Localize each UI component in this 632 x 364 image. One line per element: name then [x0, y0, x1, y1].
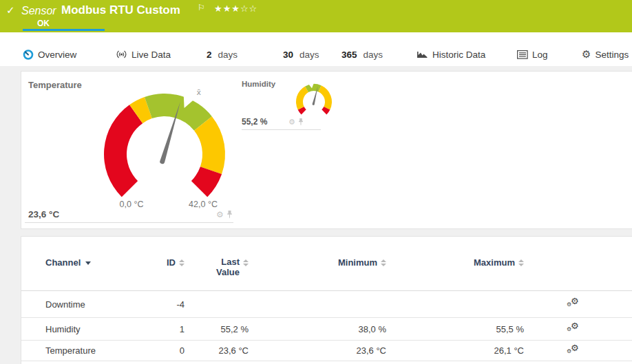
cell-id: -4	[135, 299, 185, 310]
gauge-segment	[104, 105, 143, 197]
tab-30-days[interactable]: 30days	[283, 47, 319, 61]
tab-number: 2	[207, 50, 212, 60]
cell-id: 0	[135, 345, 185, 356]
gear-icon: ⚙	[571, 343, 579, 352]
pin-icon[interactable]	[298, 118, 304, 126]
tab-label: Log	[532, 50, 548, 60]
area-chart-icon	[417, 50, 428, 59]
divider	[242, 129, 321, 130]
log-list-icon	[517, 50, 528, 59]
cell-maximum: 26,1 °C	[386, 345, 524, 356]
table-row[interactable]: Temperature023,6 °C23,6 °C26,1 °C⚙⚙	[21, 341, 632, 361]
sensor-title: Modbus RTU Custom	[61, 3, 180, 17]
tab-label: Overview	[38, 50, 76, 60]
gear-icon[interactable]: ⚙	[288, 118, 295, 126]
cell-channel: Temperature	[45, 345, 135, 356]
active-tab-indicator	[23, 29, 105, 31]
cell-minimum: 23,6 °C	[249, 345, 386, 356]
channel-settings-icon[interactable]: ⚙⚙	[567, 323, 580, 334]
column-header-id[interactable]: ID	[135, 257, 185, 268]
tab-label: days	[364, 50, 383, 60]
divider	[25, 222, 233, 223]
gauge-dial-icon	[23, 49, 34, 60]
tab-2-days[interactable]: 2days	[207, 47, 238, 61]
pin-icon[interactable]	[227, 211, 233, 219]
tab-label: days	[299, 50, 319, 60]
cell-maximum: 55,5 %	[386, 324, 524, 334]
gauges-panel: Temperature x̄ 0,0 °C 42,0 °C 23,6 °C ⚙ …	[21, 71, 632, 229]
sort-icon	[381, 259, 386, 266]
tab-live-data[interactable]: Live Data	[116, 47, 171, 61]
column-header-channel[interactable]: Channel	[45, 257, 135, 268]
gear-icon: ⚙	[571, 297, 579, 306]
cell-channel: Humidity	[45, 324, 135, 334]
channel-settings-icon[interactable]: ⚙⚙	[567, 299, 580, 310]
tab-log[interactable]: Log	[517, 47, 548, 61]
tab-365-days[interactable]: 365days	[341, 47, 383, 61]
humidity-gauge-title: Humidity	[242, 80, 275, 88]
sort-caret-icon	[85, 261, 91, 265]
tab-number: 365	[341, 50, 357, 60]
cell-minimum: 38,0 %	[249, 324, 386, 334]
channel-table-header: Channel ID Last Value Minimum Maximum	[21, 257, 632, 291]
tab-historic-data[interactable]: Historic Data	[417, 47, 485, 61]
gauge-segment	[296, 86, 308, 109]
tab-label: days	[218, 50, 238, 60]
priority-flag-icon[interactable]: ⚐	[198, 3, 205, 12]
sort-icon	[179, 259, 185, 266]
gear-icon: ⚙	[567, 302, 571, 308]
sort-icon	[243, 259, 249, 266]
temperature-scale-min: 0,0 °C	[107, 200, 156, 209]
tab-settings[interactable]: ⚙Settings	[582, 47, 629, 61]
tab-label: Historic Data	[432, 50, 485, 60]
column-header-minimum[interactable]: Minimum	[249, 257, 386, 268]
tab-bar: OverviewLive Data2days30days365daysHisto…	[0, 32, 632, 66]
gear-icon[interactable]: ⚙	[216, 211, 224, 219]
status-check-icon: ✓	[6, 4, 15, 17]
gauge-segment	[319, 85, 332, 109]
broadcast-icon	[116, 50, 127, 59]
tab-label: Settings	[595, 50, 629, 60]
gear-icon: ⚙	[567, 349, 571, 354]
cell-last-value: 23,6 °C	[185, 345, 249, 356]
sort-icon	[518, 259, 524, 266]
average-marker-label: x̄	[196, 88, 201, 97]
status-badge: OK	[37, 19, 50, 28]
gear-icon: ⚙	[582, 50, 591, 60]
table-row[interactable]: Humidity155,2 %38,0 %55,5 %⚙⚙	[21, 318, 632, 341]
gear-icon: ⚙	[567, 327, 571, 332]
temperature-gauge[interactable]: x̄	[90, 80, 240, 217]
cell-channel: Downtime	[45, 299, 135, 310]
column-header-last-value[interactable]: Last Value	[185, 257, 249, 278]
temperature-scale-max: 42,0 °C	[179, 200, 227, 209]
tab-number: 30	[283, 50, 293, 60]
sensor-status-banner: ✓ Sensor Modbus RTU Custom ⚐ ★★★☆☆ OK	[0, 0, 632, 32]
table-row[interactable]: Downtime-4⚙⚙	[21, 291, 632, 318]
cell-id: 1	[135, 324, 185, 334]
priority-stars[interactable]: ★★★☆☆	[214, 3, 257, 14]
humidity-current-value: 55,2 %	[242, 117, 267, 127]
cell-last-value: 55,2 %	[185, 324, 249, 334]
tab-overview[interactable]: Overview	[23, 47, 76, 61]
temperature-current-value: 23,6 °C	[28, 209, 59, 220]
object-type-label: Sensor	[21, 5, 56, 17]
tab-label: Live Data	[131, 50, 171, 60]
humidity-gauge[interactable]	[293, 81, 336, 117]
temperature-gauge-title: Temperature	[28, 80, 82, 90]
column-header-maximum[interactable]: Maximum	[386, 257, 524, 268]
gear-icon: ⚙	[571, 321, 579, 330]
channel-table-panel: Channel ID Last Value Minimum Maximum Do…	[21, 236, 632, 364]
channel-settings-icon[interactable]: ⚙⚙	[567, 345, 580, 356]
